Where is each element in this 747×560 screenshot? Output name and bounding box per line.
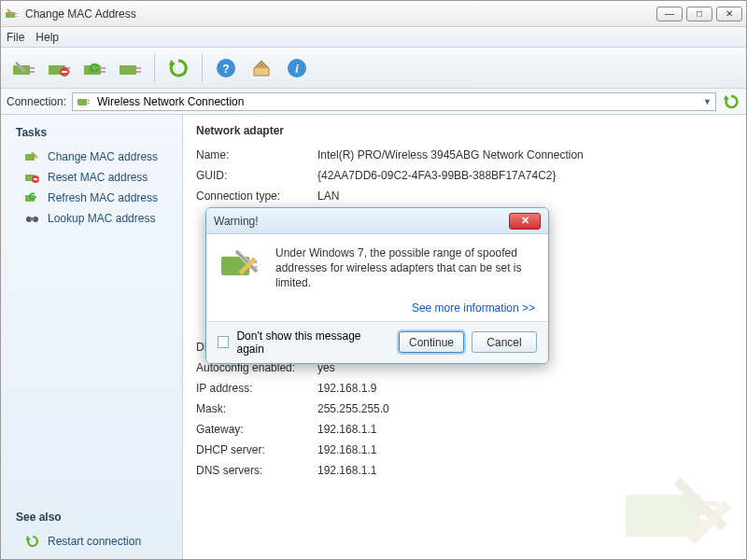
about-button[interactable]: i: [281, 52, 313, 84]
sidebar-item-label: Change MAC address: [48, 150, 158, 163]
sidebar-item-refresh-mac[interactable]: Refresh MAC address: [10, 188, 173, 208]
svg-rect-4: [30, 67, 35, 69]
svg-rect-16: [136, 71, 141, 73]
cancel-button[interactable]: Cancel: [472, 331, 537, 353]
dialog-icon: [219, 245, 264, 315]
menubar: File Help: [1, 27, 746, 48]
dialog-title: Warning!: [214, 215, 509, 228]
sidebar-item-label: Lookup MAC address: [48, 212, 155, 225]
sidebar-item-restart-connection[interactable]: Restart connection: [10, 531, 173, 552]
continue-button[interactable]: Continue: [399, 331, 464, 353]
connection-label: Connection:: [7, 95, 66, 108]
sidebar-item-label: Refresh MAC address: [48, 191, 158, 204]
dialog-more-info-link[interactable]: See more information >>: [275, 301, 535, 315]
dialog-close-button[interactable]: ✕: [509, 213, 541, 230]
svg-text:?: ?: [222, 63, 229, 76]
row-conn-type: Connection type:LAN: [196, 186, 733, 206]
reset-mac-button[interactable]: [44, 52, 76, 84]
sidebar-item-label: Reset MAC address: [48, 171, 148, 184]
svg-rect-1: [15, 13, 18, 14]
sidebar: Tasks Change MAC address Reset MAC addre…: [1, 115, 183, 559]
svg-rect-21: [78, 99, 87, 105]
svg-rect-10: [62, 71, 67, 73]
row-name: Name:Intel(R) PRO/Wireless 3945ABG Netwo…: [196, 145, 733, 165]
svg-rect-5: [30, 71, 35, 73]
tasks-header: Tasks: [16, 126, 173, 139]
adapter-icon: [77, 95, 92, 108]
change-mac-button[interactable]: [8, 52, 40, 84]
svg-rect-24: [25, 154, 35, 161]
watermark-icon: [621, 471, 742, 555]
svg-rect-32: [626, 495, 700, 537]
refresh-button[interactable]: [162, 52, 194, 84]
dialog-text: Under Windows 7, the possible range of s…: [275, 245, 535, 315]
svg-rect-23: [87, 103, 90, 104]
nic-refresh-icon: [25, 191, 40, 204]
dialog-message: Under Windows 7, the possible range of s…: [275, 245, 535, 291]
sidebar-item-reset-mac[interactable]: Reset MAC address: [10, 167, 173, 188]
home-button[interactable]: [246, 52, 277, 84]
titlebar: Change MAC Address — □ ✕: [1, 1, 746, 27]
close-button[interactable]: ✕: [716, 7, 742, 21]
dialog-titlebar: Warning! ✕: [206, 208, 548, 234]
svg-rect-15: [136, 67, 141, 69]
nic-reset-icon: [25, 171, 40, 184]
warning-dialog: Warning! ✕ Under Windows 7, the possible…: [205, 207, 549, 364]
dialog-footer: Don't show this message again Continue C…: [206, 321, 548, 363]
section-title: Network adapter: [196, 124, 733, 137]
row-guid: GUID:{42AA7DD6-09C2-4FA3-99BB-388BF17A74…: [196, 165, 733, 186]
maximize-button[interactable]: □: [686, 7, 712, 21]
toolbar: ? i: [1, 48, 746, 89]
see-also-header: See also: [16, 511, 173, 524]
svg-rect-2: [15, 16, 18, 17]
window-title: Change MAC Address: [25, 7, 656, 21]
refresh-mac-button[interactable]: [79, 52, 111, 84]
svg-rect-27: [34, 178, 37, 180]
refresh-icon: [25, 535, 40, 548]
svg-rect-14: [120, 65, 136, 75]
dropdown-arrow-icon: ▼: [703, 97, 712, 106]
connection-select[interactable]: Wireless Network Connection ▼: [72, 92, 716, 111]
row-mask: Mask:255.255.255.0: [196, 399, 733, 419]
lookup-mac-button[interactable]: [115, 52, 147, 84]
minimize-button[interactable]: —: [656, 7, 683, 21]
row-gateway: Gateway:192.168.1.1: [196, 419, 733, 440]
svg-rect-31: [30, 217, 35, 220]
sidebar-item-change-mac[interactable]: Change MAC address: [10, 147, 173, 167]
sidebar-item-lookup-mac[interactable]: Lookup MAC address: [10, 208, 173, 229]
binoculars-icon: [25, 212, 40, 225]
menu-file[interactable]: File: [7, 31, 24, 44]
sidebar-item-label: Restart connection: [48, 535, 141, 548]
toolbar-separator: [202, 54, 203, 82]
dont-show-checkbox[interactable]: [218, 336, 229, 348]
window-buttons: — □ ✕: [656, 7, 742, 21]
row-ip: IP address:192.168.1.9: [196, 378, 733, 399]
svg-rect-22: [87, 100, 90, 101]
connection-refresh-button[interactable]: [722, 92, 740, 111]
row-dhcp-server: DHCP server:192.168.1.1: [196, 440, 733, 460]
svg-rect-12: [101, 67, 106, 69]
app-icon: [5, 7, 20, 21]
connection-value: Wireless Network Connection: [97, 95, 244, 108]
dont-show-label: Don't show this message again: [236, 329, 384, 356]
menu-help[interactable]: Help: [35, 31, 59, 44]
help-button[interactable]: ?: [210, 52, 242, 84]
dialog-body: Under Windows 7, the possible range of s…: [206, 234, 548, 321]
nic-pencil-icon: [25, 150, 40, 163]
svg-rect-13: [101, 71, 106, 73]
connection-row: Connection: Wireless Network Connection …: [1, 89, 746, 115]
toolbar-separator: [154, 54, 155, 82]
